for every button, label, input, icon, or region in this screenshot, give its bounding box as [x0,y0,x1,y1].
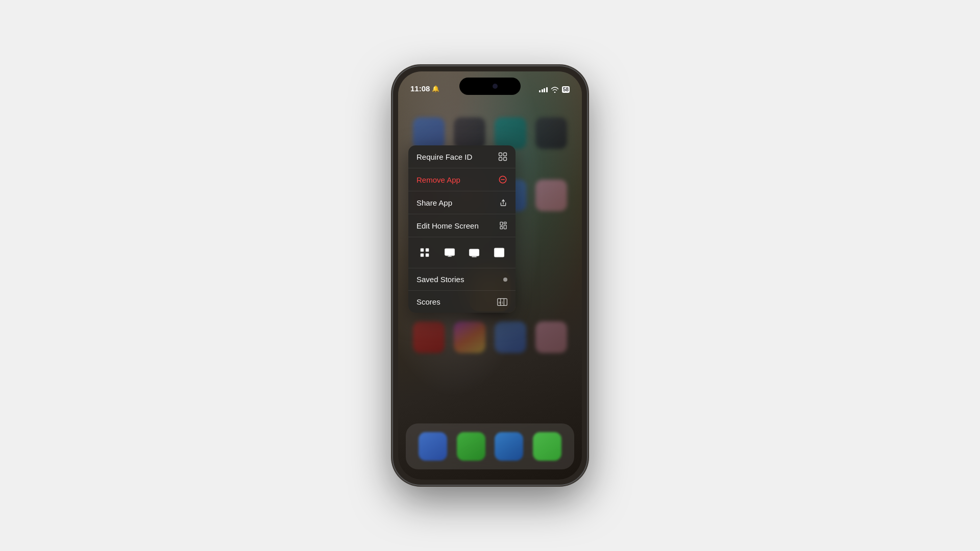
svg-rect-18 [470,249,479,256]
require-face-id-item[interactable]: Require Face ID [408,145,516,168]
dock [406,423,574,469]
app-row-3 [408,321,572,353]
share-app-item[interactable]: Share App [408,191,516,214]
svg-rect-13 [421,254,424,257]
share-app-label: Share App [416,198,452,207]
app-icon [454,321,485,353]
svg-rect-10 [504,225,506,229]
battery-level: 58 [563,87,569,92]
status-right: 58 [539,86,570,93]
require-face-id-label: Require Face ID [416,153,472,161]
time-display: 11:08 [410,84,430,93]
dynamic-island [459,78,521,95]
edit-home-screen-label: Edit Home Screen [416,221,479,230]
svg-rect-8 [504,222,506,223]
grid-icon-item[interactable] [415,243,434,262]
scores-item[interactable]: Scores 0:1 [408,291,516,313]
context-menu: Require Face ID Remove App [408,145,516,313]
battery: 58 [562,86,570,93]
status-time: 11:08 🔔 [410,84,439,93]
remove-app-label: Remove App [416,176,460,184]
edit-home-screen-item[interactable]: Edit Home Screen [408,214,516,237]
app-icon [535,117,567,149]
app-icon [454,117,485,149]
sidebar-icon-item[interactable] [490,243,508,262]
svg-rect-7 [500,222,503,225]
edit-home-icon [499,221,507,230]
saved-stories-dot [503,278,507,282]
share-icon [499,198,507,207]
dock-app-3[interactable] [495,432,523,461]
app-row-1 [408,117,572,149]
svg-rect-3 [504,158,507,161]
phone-screen: 11:08 🔔 58 [398,71,582,480]
dynamic-island-dot [493,84,498,89]
phone-frame: 11:08 🔔 58 [393,66,587,485]
dock-app-2[interactable] [457,432,485,461]
app-icon [413,321,445,353]
tv-icon-item[interactable] [465,243,483,262]
alert-icon: 🔔 [432,85,439,92]
saved-stories-label: Saved Stories [416,275,464,284]
wifi-icon [551,87,559,93]
svg-rect-15 [445,249,454,256]
scores-label: Scores [416,297,440,306]
scores-icon: 0:1 [497,298,507,306]
svg-rect-20 [495,248,504,257]
svg-rect-2 [499,158,502,161]
app-icon [535,321,567,353]
svg-text:0:1: 0:1 [499,300,504,304]
saved-stories-item[interactable]: Saved Stories [408,268,516,291]
remove-app-item[interactable]: Remove App [408,168,516,191]
icon-row [408,237,516,268]
svg-rect-9 [500,227,503,229]
signal-bars [539,87,548,92]
app-icon [413,117,445,149]
svg-rect-12 [426,248,429,252]
dock-app-1[interactable] [419,432,447,461]
svg-rect-14 [426,254,429,257]
face-id-icon [498,152,507,161]
svg-rect-0 [499,153,502,156]
dock-app-4[interactable] [533,432,561,461]
app-icon [535,180,567,211]
app-icon [495,321,526,353]
minus-circle-icon [498,175,507,184]
display-icon-item[interactable] [440,243,459,262]
svg-rect-11 [421,248,424,252]
svg-rect-1 [504,153,507,156]
app-icon [495,117,526,149]
